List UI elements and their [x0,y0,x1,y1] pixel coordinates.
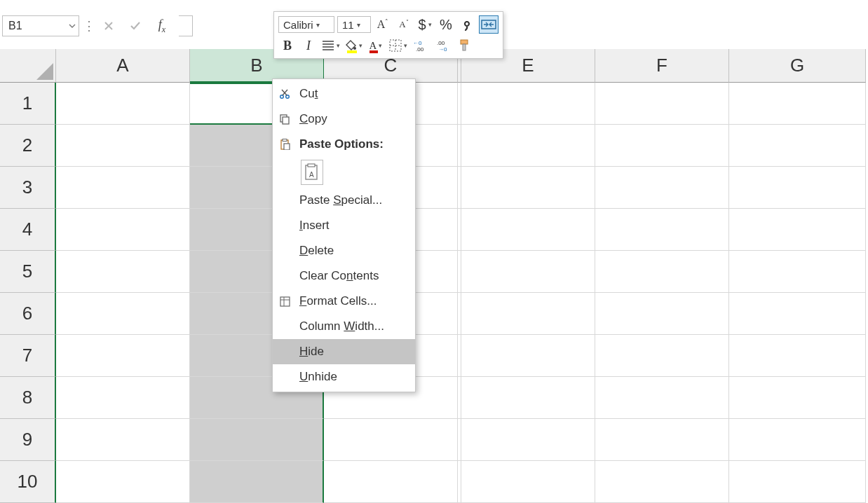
decrease-decimal-button[interactable]: .00→0 [434,36,454,55]
decrease-font-icon[interactable]: A˅ [395,15,413,34]
menu-copy[interactable]: Copy [273,106,415,132]
merge-center-button[interactable] [479,15,499,34]
column-header-F[interactable]: F [595,49,729,83]
cell[interactable] [56,335,190,377]
currency-format-button[interactable]: $ ▾ [416,15,434,34]
cell[interactable] [595,251,729,293]
cell[interactable] [595,335,729,377]
increase-font-icon[interactable]: A˄ [374,15,392,34]
fill-color-button[interactable]: ▾ [344,36,364,55]
cell[interactable] [595,461,729,503]
chevron-down-icon[interactable] [69,22,76,29]
cell[interactable] [729,461,866,503]
cell[interactable] [56,167,190,209]
font-name-combo[interactable]: Calibri ▾ [278,16,334,33]
row-header[interactable]: 8 [0,377,56,419]
percent-format-button[interactable]: % [437,15,455,34]
cell[interactable] [729,251,866,293]
svg-rect-17 [308,164,315,167]
cell[interactable] [190,461,324,503]
menu-cut[interactable]: Cut [273,81,415,106]
cell[interactable] [190,419,324,461]
more-icon[interactable]: ⋮ [82,20,96,32]
row-header[interactable]: 7 [0,335,56,377]
enter-check-icon[interactable] [126,16,145,36]
menu-clear-contents[interactable]: Clear Contents [273,263,415,289]
menu-unhide[interactable]: Unhide [273,364,415,390]
cell[interactable] [461,167,595,209]
row-header[interactable]: 3 [0,167,56,209]
formula-input[interactable] [179,15,193,36]
cell[interactable] [595,419,729,461]
cell[interactable] [729,377,866,419]
italic-button[interactable]: I [299,36,318,55]
column-header-G[interactable]: G [729,49,866,83]
cell[interactable] [729,125,866,167]
menu-insert[interactable]: Insert [273,213,415,238]
menu-paste-special[interactable]: Paste Special... [273,188,415,213]
cell[interactable] [56,293,190,335]
comma-style-button[interactable] [458,15,476,34]
chevron-down-icon: ▾ [316,21,320,29]
bold-button[interactable]: B [278,36,297,55]
cell[interactable] [595,125,729,167]
paste-default-button[interactable]: A [301,160,323,185]
cell[interactable] [729,419,866,461]
cell[interactable] [461,125,595,167]
cell[interactable] [729,293,866,335]
cell[interactable] [461,83,595,125]
menu-delete-label: Delete [299,244,334,258]
align-button[interactable]: ▾ [320,36,341,55]
row-header[interactable]: 1 [0,83,56,125]
cell[interactable] [56,251,190,293]
cell[interactable] [729,167,866,209]
row-header[interactable]: 4 [0,209,56,251]
cell[interactable] [56,209,190,251]
svg-text:←0: ←0 [413,40,422,46]
cell[interactable] [729,209,866,251]
borders-button[interactable]: ▾ [388,36,409,55]
cell[interactable] [461,335,595,377]
cell[interactable] [729,83,866,125]
column-header-A[interactable]: A [56,49,190,83]
format-painter-icon[interactable] [456,36,475,55]
menu-hide[interactable]: Hide [273,339,415,364]
svg-point-9 [280,95,284,99]
row-header[interactable]: 5 [0,251,56,293]
cell[interactable] [56,461,190,503]
font-color-button[interactable]: A ▾ [367,36,385,55]
paste-gallery: A [273,157,415,188]
cell[interactable] [56,419,190,461]
cell[interactable] [595,209,729,251]
menu-format-cells[interactable]: Format Cells... [273,289,415,314]
cell[interactable] [461,461,595,503]
row-header[interactable]: 2 [0,125,56,167]
insert-function-icon[interactable]: fx [152,16,172,36]
cell[interactable] [56,83,190,125]
font-size-combo[interactable]: 11 ▾ [337,16,371,33]
cell[interactable] [324,461,458,503]
cell[interactable] [56,125,190,167]
cell[interactable] [461,377,595,419]
grid-row: 10 [0,461,868,503]
cell[interactable] [461,419,595,461]
cell[interactable] [461,293,595,335]
cell[interactable] [595,83,729,125]
menu-column-width[interactable]: Column Width... [273,314,415,339]
select-all-triangle[interactable] [0,49,56,83]
cell[interactable] [595,377,729,419]
row-header[interactable]: 10 [0,461,56,503]
row-header[interactable]: 6 [0,293,56,335]
row-header[interactable]: 9 [0,419,56,461]
cell[interactable] [729,335,866,377]
cell[interactable] [595,293,729,335]
cell[interactable] [461,209,595,251]
menu-delete[interactable]: Delete [273,238,415,263]
increase-decimal-button[interactable]: ←0.00 [412,36,431,55]
cell[interactable] [461,251,595,293]
cell[interactable] [56,377,190,419]
name-box[interactable]: B1 [2,15,79,36]
cell[interactable] [324,419,458,461]
cancel-x-icon[interactable] [99,16,118,36]
cell[interactable] [595,167,729,209]
